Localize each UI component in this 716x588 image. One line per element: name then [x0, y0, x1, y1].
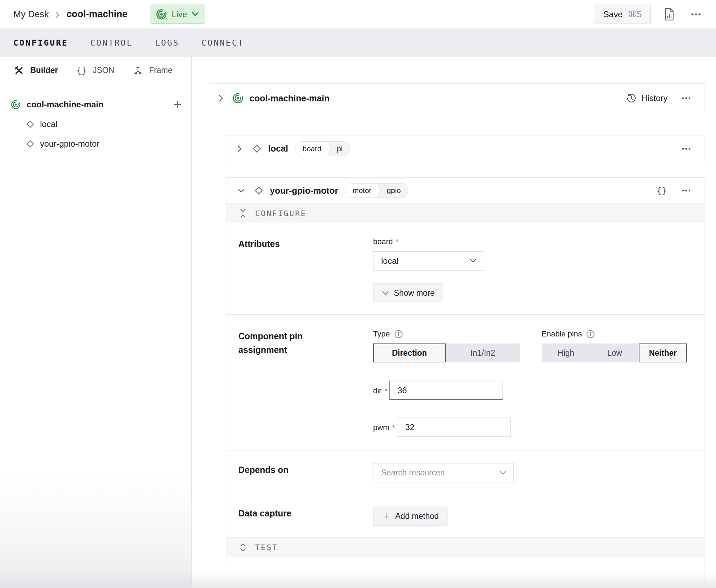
depends-on-section: Depends on Search resources: [226, 450, 704, 496]
ellipsis-icon: [682, 147, 691, 150]
machine-card-menu-button[interactable]: [679, 94, 694, 102]
live-broadcast-icon: [156, 9, 167, 20]
breadcrumb-current: cool-machine: [66, 9, 127, 20]
data-capture-section: Data capture Add method: [226, 496, 704, 537]
type-label: Type: [373, 329, 390, 339]
collapse-chevron-down-icon[interactable]: [237, 188, 245, 193]
depends-on-placeholder: Search resources: [381, 468, 444, 477]
dir-field-label: dir: [373, 386, 382, 395]
add-method-button[interactable]: Add method: [373, 507, 447, 526]
required-marker: *: [396, 237, 399, 246]
app-root: My Desk cool-machine Live Save ⌘S: [0, 0, 716, 588]
tree-child-label: your-gpio-motor: [40, 139, 99, 149]
expand-chevron-right-icon[interactable]: [237, 145, 242, 153]
tab-configure[interactable]: CONFIGURE: [13, 38, 68, 47]
configure-section-header[interactable]: CONFIGURE: [226, 203, 704, 223]
add-method-label: Add method: [395, 512, 439, 521]
enable-option-low[interactable]: Low: [590, 343, 639, 362]
breadcrumb: My Desk cool-machine Live: [13, 5, 205, 24]
view-json[interactable]: {} JSON: [76, 65, 114, 75]
pin-assignment-section: Component pin assignment Type: [226, 315, 704, 450]
type-option-in1in2[interactable]: In1/In2: [446, 343, 520, 362]
required-marker: *: [384, 386, 387, 395]
json-braces-icon: {}: [76, 65, 87, 75]
app-header: My Desk cool-machine Live Save ⌘S: [0, 0, 716, 28]
save-button[interactable]: Save ⌘S: [595, 5, 651, 24]
save-button-label: Save: [603, 9, 623, 19]
enable-pins-group: Enable pins High Low Neither: [542, 329, 687, 362]
configure-section-label: CONFIGURE: [255, 209, 306, 218]
chevron-down-icon: [499, 470, 506, 475]
depends-on-label: Depends on: [238, 463, 321, 477]
tree-item-local[interactable]: local: [0, 114, 191, 134]
test-section-header[interactable]: TEST: [226, 537, 704, 557]
header-actions: Save ⌘S: [595, 5, 704, 24]
add-component-icon[interactable]: [173, 100, 182, 109]
machine-part-title: cool-machine-main: [250, 93, 330, 103]
motor-card-menu-button[interactable]: [679, 186, 694, 195]
tag-type: motor: [345, 183, 377, 198]
document-chart-icon: [664, 8, 675, 21]
view-frame[interactable]: Frame: [133, 65, 172, 76]
tab-logs[interactable]: LOGS: [155, 38, 179, 47]
enable-option-high[interactable]: High: [542, 343, 590, 362]
data-capture-label: Data capture: [238, 507, 321, 520]
info-icon[interactable]: [394, 330, 403, 339]
gpio-motor-card: your-gpio-motor motor gpio {}: [226, 177, 704, 588]
expand-chevron-right-icon[interactable]: [218, 94, 224, 102]
machine-part-card: cool-machine-main History: [209, 83, 704, 113]
local-card-title: local: [268, 143, 288, 154]
collapse-vertical-icon: [239, 208, 247, 219]
view-builder[interactable]: Builder: [14, 65, 58, 76]
history-button[interactable]: History: [626, 93, 668, 103]
motor-json-toggle-button[interactable]: {}: [654, 183, 670, 199]
view-switcher: Builder {} JSON Frame: [0, 57, 191, 84]
history-label: History: [641, 93, 668, 103]
dir-pin-input[interactable]: [389, 381, 503, 400]
machine-report-button[interactable]: [661, 6, 677, 22]
attributes-label: Attributes: [238, 237, 321, 251]
builder-canvas: cool-machine-main History: [192, 57, 716, 588]
view-json-label: JSON: [93, 66, 114, 75]
machine-children: local board pi: [209, 135, 704, 588]
breadcrumb-parent[interactable]: My Desk: [13, 9, 49, 20]
local-card-menu-button[interactable]: [679, 145, 694, 153]
component-diamond-icon: [252, 143, 262, 154]
tree-item-machine-main[interactable]: cool-machine-main: [0, 95, 191, 114]
test-section-label: TEST: [255, 543, 278, 552]
type-option-direction[interactable]: Direction: [373, 343, 446, 362]
tag-separator-icon: [327, 142, 333, 156]
ellipsis-icon: [682, 189, 691, 192]
depends-on-select[interactable]: Search resources: [373, 463, 514, 482]
component-diamond-icon: [253, 185, 264, 196]
motor-card-title: your-gpio-motor: [270, 186, 338, 196]
show-more-button[interactable]: Show more: [373, 283, 443, 302]
type-model-tag: board pi: [295, 141, 350, 156]
tag-type: board: [296, 142, 327, 156]
tree-root-label: cool-machine-main: [27, 100, 104, 109]
expand-vertical-icon: [239, 542, 247, 553]
tree-item-your-gpio-motor[interactable]: your-gpio-motor: [0, 134, 191, 154]
tab-control[interactable]: CONTROL: [90, 38, 133, 47]
gpio-motor-card-header: your-gpio-motor motor gpio {}: [226, 178, 704, 203]
show-more-label: Show more: [394, 288, 435, 298]
chevron-down-icon: [470, 259, 477, 263]
info-icon[interactable]: [586, 330, 595, 339]
machine-status-dropdown[interactable]: Live: [150, 5, 205, 24]
live-status-label: Live: [172, 9, 187, 19]
view-frame-label: Frame: [149, 66, 172, 75]
tab-connect[interactable]: CONNECT: [201, 38, 244, 47]
tag-separator-icon: [377, 183, 383, 198]
pwm-pin-input[interactable]: [397, 417, 511, 437]
machine-part-icon: [11, 99, 21, 110]
type-group: Type Direction In1/In2: [373, 329, 520, 362]
board-select[interactable]: local: [373, 251, 484, 270]
enable-option-neither[interactable]: Neither: [639, 343, 687, 362]
header-overflow-menu-button[interactable]: [688, 6, 704, 22]
type-model-tag: motor gpio: [345, 183, 408, 198]
resource-tree: cool-machine-main local your-gpio-motor: [0, 84, 191, 154]
tag-model: gpio: [383, 183, 408, 198]
history-clock-icon: [626, 93, 637, 103]
breadcrumb-separator-icon: [55, 11, 60, 19]
type-segmented-control: Direction In1/In2: [373, 343, 520, 362]
